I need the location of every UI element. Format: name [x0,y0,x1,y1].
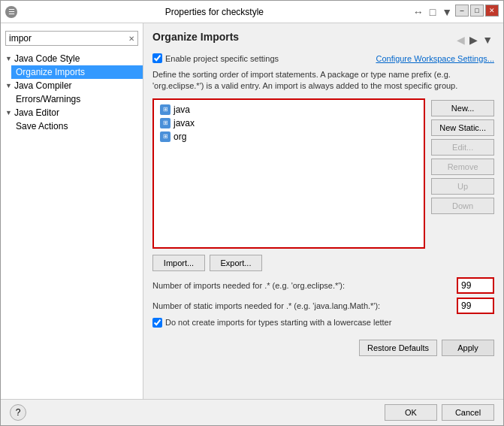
imports-count-label: Number of imports needed for .* (e.g. 'o… [152,281,457,290]
sidebar-label: Java Editor [14,107,59,118]
enable-checkbox-row: Enable project specific settings [152,53,279,63]
cancel-button[interactable]: Cancel [442,404,494,421]
back-arrow[interactable]: ↔ [412,5,425,20]
static-imports-count-label: Number of static imports needed for .* (… [152,301,457,310]
sidebar-search-box[interactable]: ✕ [5,31,138,46]
org-icon: ⊞ [160,131,171,142]
sidebar: ✕ ▼ Java Code Style Organize Imports ▼ J… [1,23,143,399]
static-imports-count-row: Number of static imports needed for .* (… [152,298,494,314]
expand-icon: ▼ [5,109,12,116]
close-button[interactable]: ✕ [485,5,499,17]
sidebar-item-errors-warnings[interactable]: Errors/Warnings [11,92,143,106]
java-code-style-children: Organize Imports [1,65,143,79]
content-area: ✕ ▼ Java Code Style Organize Imports ▼ J… [1,23,503,399]
java-compiler-children: Errors/Warnings [1,92,143,106]
up-button[interactable]: Up [431,178,494,195]
nav-dropdown-icon[interactable]: ▼ [481,32,494,47]
new-static-button[interactable]: New Static... [431,119,494,136]
import-label: java [174,104,190,115]
header-nav: ◀ ▶ ▼ [455,32,494,47]
list-item[interactable]: ⊞ java [157,103,421,116]
restore-defaults-button[interactable]: Restore Defaults [359,340,437,356]
dialog-footer: ? OK Cancel [1,399,503,425]
ok-button[interactable]: OK [385,404,437,421]
enable-project-checkbox[interactable] [152,53,162,63]
sidebar-label: Java Compiler [14,80,72,91]
list-item[interactable]: ⊞ org [157,130,421,144]
enable-checkbox-label: Enable project specific settings [165,54,279,63]
workspace-settings-link[interactable]: Configure Workspace Settings... [376,54,494,63]
enable-settings-row: Enable project specific settings Configu… [152,53,494,63]
help-button[interactable]: ? [10,404,26,421]
javax-icon: ⊞ [160,118,171,128]
description-text: Define the sorting order of import state… [152,69,494,92]
nav-arrows: ↔ □ ▼ [412,5,454,20]
sidebar-item-java-compiler[interactable]: ▼ Java Compiler [1,79,143,92]
window-title: Properties for checkstyle [165,7,264,17]
expand-icon: ▼ [5,82,12,89]
sidebar-item-organize-imports[interactable]: Organize Imports [11,65,143,79]
java-editor-children: Save Actions [1,119,143,133]
sidebar-item-save-actions[interactable]: Save Actions [11,119,143,133]
java-icon: ⊞ [160,104,171,115]
import-label: org [174,131,186,142]
sidebar-label: Organize Imports [16,67,85,77]
lowercase-checkbox[interactable] [152,318,162,328]
main-panel: Organize Imports ◀ ▶ ▼ Enable project sp… [143,23,503,399]
import-export-row: Import... Export... [152,255,494,271]
titlebar-center: Properties for checkstyle [17,7,412,17]
footer-right: OK Cancel [385,404,494,421]
static-imports-count-input[interactable] [457,298,494,314]
titlebar: ☰ Properties for checkstyle ↔ □ ▼ – □ ✕ [1,1,503,23]
new-button[interactable]: New... [431,100,494,116]
lowercase-checkbox-row: Do not create imports for types starting… [152,318,494,328]
sidebar-label: Errors/Warnings [16,94,80,104]
nav-back-icon[interactable]: ◀ [455,32,466,47]
window-icon: ☰ [5,6,17,18]
titlebar-controls: ↔ □ ▼ – □ ✕ [412,5,499,20]
forward-arrow[interactable]: □ [428,5,437,20]
side-buttons: New... New Static... Edit... Remove Up D… [431,98,494,249]
panel-header: Organize Imports ◀ ▶ ▼ [152,31,494,49]
dropdown-arrow[interactable]: ▼ [440,5,454,20]
search-input[interactable] [6,32,125,45]
import-list-area: ⊞ java ⊞ javax ⊞ org New... New Static..… [152,98,494,249]
sidebar-item-java-code-style[interactable]: ▼ Java Code Style [1,52,143,65]
nav-forward-icon[interactable]: ▶ [468,32,479,47]
minimize-button[interactable]: – [455,5,469,17]
list-item[interactable]: ⊞ javax [157,116,421,130]
titlebar-left: ☰ [5,6,17,18]
import-label: javax [174,118,195,128]
bottom-buttons: Restore Defaults Apply [152,340,494,356]
maximize-button[interactable]: □ [470,5,484,17]
imports-count-row: Number of imports needed for .* (e.g. 'o… [152,277,494,294]
lowercase-checkbox-label: Do not create imports for types starting… [165,318,391,327]
imports-count-input[interactable] [457,277,494,294]
down-button[interactable]: Down [431,198,494,214]
export-button[interactable]: Export... [210,255,262,271]
panel-title: Organize Imports [152,31,239,43]
remove-button[interactable]: Remove [431,159,494,175]
edit-button[interactable]: Edit... [431,139,494,156]
sidebar-item-java-editor[interactable]: ▼ Java Editor [1,106,143,119]
expand-icon: ▼ [5,55,12,62]
search-clear-icon[interactable]: ✕ [125,33,137,44]
import-list-container[interactable]: ⊞ java ⊞ javax ⊞ org [152,98,425,249]
sidebar-label: Java Code Style [14,53,80,64]
sidebar-label: Save Actions [16,121,68,131]
import-button[interactable]: Import... [152,255,205,271]
apply-button[interactable]: Apply [442,340,494,356]
main-window: ☰ Properties for checkstyle ↔ □ ▼ – □ ✕ … [0,0,504,426]
